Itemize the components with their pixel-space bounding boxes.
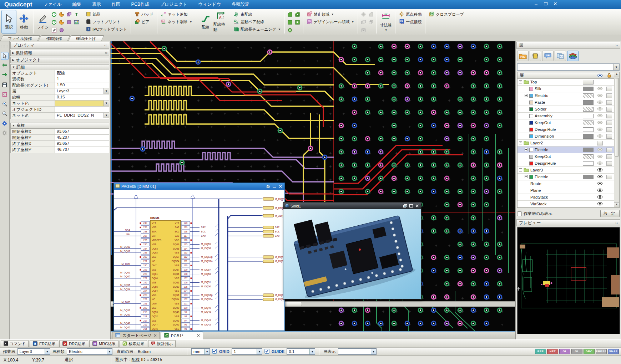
pattern-swatch[interactable] bbox=[583, 114, 594, 118]
layer-display-combo[interactable]: ▼ bbox=[338, 348, 377, 355]
section-summary[interactable]: ▶ 集計情報 ⊠ bbox=[10, 50, 109, 56]
pattern-swatch[interactable] bbox=[583, 127, 594, 132]
pattern-swatch[interactable] bbox=[583, 175, 594, 179]
minus-box-icon[interactable] bbox=[519, 80, 522, 84]
ellipse-fill-icon[interactable] bbox=[287, 26, 294, 34]
ref-sheet-icon[interactable]: AA bbox=[555, 51, 566, 61]
pcb-canvas[interactable]: ◄ PAGE05 [DIMM-01] DIMM1240120VTTVTT2391… bbox=[111, 41, 515, 331]
toolbar-配線長チューニング[interactable]: 配線長チューニング▼ bbox=[232, 26, 283, 33]
eye-icon[interactable] bbox=[597, 87, 603, 91]
toolbar-原点移動[interactable]: 原点移動 bbox=[397, 11, 423, 18]
lock-box[interactable] bbox=[606, 161, 612, 166]
solid3d-viewport[interactable] bbox=[283, 209, 421, 299]
toolbar-ネット追加[interactable]: ネット追加 bbox=[159, 11, 194, 18]
layer-row-DesignRule[interactable]: DesignRule bbox=[518, 126, 614, 133]
status-button-OL-3[interactable]: OL bbox=[571, 349, 582, 354]
poly-cut-icon[interactable] bbox=[294, 11, 301, 18]
eye-icon[interactable] bbox=[597, 148, 603, 152]
rect-pair-icon[interactable] bbox=[65, 11, 72, 18]
minus-box-icon[interactable] bbox=[519, 168, 522, 172]
eye-icon[interactable] bbox=[597, 175, 603, 179]
layer-row-Route[interactable]: Route bbox=[518, 180, 614, 187]
layer-row-ViaStack[interactable]: ViaStack bbox=[518, 201, 614, 207]
property-value[interactable]: 46.707 bbox=[55, 147, 109, 153]
ribbon-tab-ファイル操作[interactable]: ファイル操作 bbox=[0, 35, 40, 41]
eye-icon[interactable] bbox=[597, 195, 603, 200]
eye-icon[interactable] bbox=[597, 154, 603, 159]
layer-row-Top[interactable]: Top bbox=[518, 79, 614, 86]
property-value[interactable]: 45.207 bbox=[55, 135, 109, 140]
rect-fill-icon[interactable] bbox=[287, 19, 294, 26]
chevron-down-icon[interactable]: ▼ bbox=[104, 101, 109, 106]
lock-box[interactable] bbox=[606, 87, 612, 91]
layer-row-Plane[interactable]: Plane bbox=[518, 187, 614, 194]
property-value[interactable]: 0.15 bbox=[55, 94, 109, 100]
board-preview[interactable] bbox=[517, 227, 620, 334]
pencil-box-icon[interactable] bbox=[50, 26, 57, 34]
layer-row-KeepOut[interactable]: KeepOut bbox=[518, 119, 614, 126]
poly-fill-icon[interactable] bbox=[287, 11, 294, 18]
property-value[interactable]: 93.657 bbox=[55, 141, 109, 147]
pattern-swatch[interactable] bbox=[583, 93, 594, 98]
guide-combo[interactable]: 0.1 ▼ bbox=[287, 348, 315, 355]
property-value[interactable]: 1.50 bbox=[55, 82, 109, 88]
lock-box[interactable] bbox=[606, 148, 612, 152]
ribbon-tab-確認仕上げ[interactable]: 確認仕上げ bbox=[68, 35, 104, 41]
eye-icon[interactable] bbox=[597, 134, 603, 139]
toolbar-ライン[interactable]: ライン bbox=[35, 10, 50, 34]
restore-window-icon[interactable] bbox=[403, 204, 408, 208]
image-icon[interactable] bbox=[73, 19, 80, 26]
prj-folder-icon[interactable]: PRJ bbox=[517, 51, 529, 61]
zoom-out-icon[interactable] bbox=[1, 110, 9, 118]
arc3-icon[interactable] bbox=[58, 19, 65, 26]
toolbar-禁止領域[interactable]: 禁止領域▼ bbox=[305, 11, 356, 18]
toolbar-フットプリント[interactable]: フットプリント bbox=[84, 18, 129, 25]
toolbar-ネット削除[interactable]: ネット削除▼ bbox=[159, 18, 194, 25]
layer-row-Paste[interactable]: Paste bbox=[518, 99, 614, 106]
pattern-swatch[interactable] bbox=[583, 80, 594, 84]
section-object[interactable]: ▶ オブジェクト bbox=[10, 57, 109, 63]
collapse-panel-icon[interactable]: ›› bbox=[615, 221, 618, 225]
toolbar-ビア[interactable]: ビア bbox=[133, 18, 155, 25]
doc-tab-スタートページ[interactable]: スタートページ bbox=[112, 332, 160, 339]
pattern-swatch[interactable] bbox=[583, 134, 594, 139]
layer-type-combo[interactable]: Electric ▼ bbox=[67, 348, 112, 355]
work-layer-only-checkbox[interactable] bbox=[517, 211, 522, 216]
close-tab-icon[interactable] bbox=[197, 334, 200, 338]
pattern-swatch[interactable] bbox=[583, 100, 594, 105]
chevron-down-icon[interactable]: ▼ bbox=[104, 88, 109, 94]
toolbar-束配線[interactable]: 束配線 bbox=[232, 11, 283, 18]
status-button-OL-2[interactable]: OL bbox=[559, 349, 570, 354]
plus-box-icon[interactable] bbox=[525, 93, 528, 98]
zoom-in-icon[interactable] bbox=[1, 100, 9, 108]
lock-box[interactable] bbox=[606, 100, 612, 105]
toolbar-配線[interactable]: 配線 bbox=[198, 10, 213, 34]
maximize-button[interactable] bbox=[542, 1, 549, 6]
pattern-swatch[interactable] bbox=[583, 121, 594, 125]
property-value[interactable] bbox=[55, 107, 109, 112]
minus-box-icon[interactable] bbox=[525, 175, 528, 179]
layer-tree-scrollbar[interactable]: ▲ ▼ bbox=[614, 72, 619, 207]
property-value[interactable]: 配線 bbox=[55, 70, 109, 76]
solid3d-window-titlebar[interactable]: Solid1 bbox=[283, 202, 421, 209]
collapse-panel-icon[interactable]: ‹‹ bbox=[104, 43, 107, 47]
menu-item-5[interactable]: プロジェクト bbox=[155, 0, 193, 8]
status-button-NET-1[interactable]: NET bbox=[547, 349, 558, 354]
minimize-button[interactable] bbox=[532, 1, 540, 6]
status-button-REF-0[interactable]: REF bbox=[535, 349, 546, 354]
status-button-PRESS-5[interactable]: PRESS bbox=[596, 349, 607, 354]
menu-item-3[interactable]: 作図 bbox=[106, 0, 126, 8]
property-value[interactable]: 1 bbox=[55, 76, 109, 82]
eye-icon[interactable] bbox=[597, 100, 603, 105]
eye-icon[interactable] bbox=[597, 127, 603, 132]
toolbar-移動[interactable]: 移動 bbox=[16, 10, 31, 34]
close-window-icon[interactable] bbox=[415, 204, 420, 208]
property-value[interactable]: PL_DDR3_DQS2_N▼ bbox=[55, 113, 109, 119]
ribbon-tab-作図操作[interactable]: 作図操作 bbox=[38, 35, 70, 41]
eye-icon[interactable] bbox=[597, 181, 603, 186]
eye-icon[interactable] bbox=[597, 93, 603, 98]
layer-row-PadStack[interactable]: PadStack bbox=[518, 194, 614, 201]
unit-combo[interactable]: mm ▼ bbox=[191, 348, 210, 355]
eye-icon[interactable] bbox=[597, 107, 603, 112]
circle3-icon[interactable]: 3 bbox=[50, 19, 57, 26]
